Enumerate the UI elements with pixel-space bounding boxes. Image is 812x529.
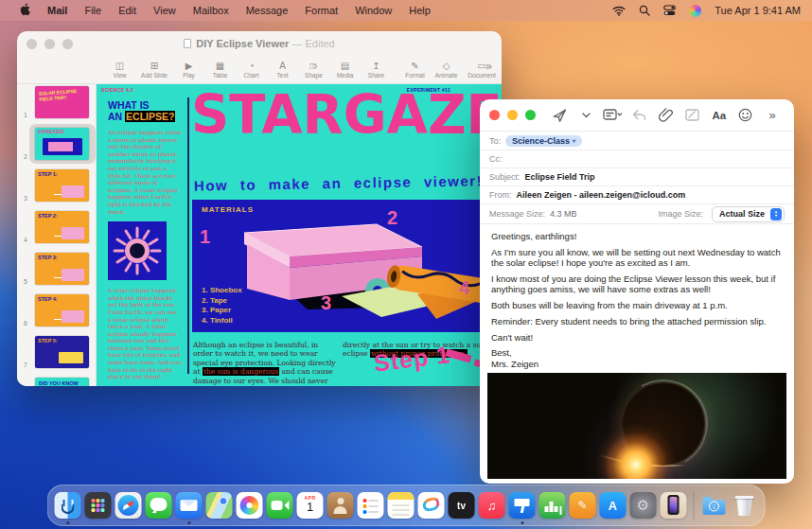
dock-calendar-icon[interactable]: APR1	[297, 492, 324, 519]
menu-item-window[interactable]: Window	[346, 5, 400, 16]
menu-item-view[interactable]: View	[145, 5, 185, 16]
chevron-down-icon: ▾	[573, 137, 575, 144]
play-button[interactable]: ▶Play	[173, 61, 204, 79]
animate-button[interactable]: ◇Animate	[431, 61, 462, 79]
recipient-token[interactable]: Science-Class▾	[505, 135, 582, 147]
dock-safari-icon[interactable]	[115, 492, 142, 519]
format-button[interactable]: Aa	[709, 110, 730, 121]
materials-heading: MATERIALS	[202, 205, 254, 214]
menu-bar-clock[interactable]: Tue Apr 1 9:41 AM	[715, 5, 801, 16]
slide-heading: WHAT IS AN ECLIPSE?	[108, 99, 182, 122]
more-toolbar-icon[interactable]: »	[485, 60, 492, 73]
slide-number: 3	[24, 195, 27, 202]
attach-button[interactable]	[656, 108, 677, 123]
send-button[interactable]	[549, 108, 570, 123]
reply-icon[interactable]	[628, 109, 649, 121]
dock-system-settings-icon[interactable]: ⚙	[630, 492, 657, 519]
close-button[interactable]	[26, 39, 37, 49]
markup-button[interactable]	[682, 109, 703, 121]
dock-freeform-icon[interactable]	[418, 492, 445, 519]
wifi-icon[interactable]	[612, 6, 626, 16]
dock-downloads-icon[interactable]: ↓	[701, 492, 728, 519]
view-button[interactable]: ◫View	[104, 61, 135, 79]
materials-panel: MATERIALS	[192, 200, 497, 332]
header-fields-button[interactable]	[602, 109, 623, 121]
shape-button[interactable]: □○Shape	[298, 61, 329, 79]
slide-subtitle: How to make an eclipse viewer!	[194, 172, 483, 193]
dock-reminders-icon[interactable]	[358, 492, 384, 519]
menu-item-message[interactable]: Message	[238, 5, 297, 16]
dock-finder-icon[interactable]	[55, 492, 81, 519]
menu-item-format[interactable]: Format	[296, 5, 346, 16]
to-field[interactable]: To: Science-Class▾	[480, 132, 794, 150]
message-body[interactable]: Greetings, earthlings! As I'm sure you a…	[480, 224, 794, 372]
slide-thumbnail-5[interactable]: 5 STEP 3:	[35, 253, 90, 285]
slide-thumbnail-6[interactable]: 6 STEP 4:	[35, 294, 90, 326]
figure-number-1: 1	[200, 226, 210, 248]
dock-tv-icon[interactable]: tv	[449, 492, 475, 519]
slide-paragraph-2: A solar eclipse happens when the moon bl…	[108, 287, 182, 380]
cc-field[interactable]: Cc:	[480, 150, 794, 168]
document-button[interactable]: ▭Document	[462, 61, 502, 79]
zoom-button[interactable]	[525, 110, 536, 120]
slide-thumbnail-2-selected[interactable]: 2 STARGAZER	[35, 128, 90, 160]
dock-iphone-mirroring-icon[interactable]	[661, 492, 687, 519]
close-button[interactable]	[489, 110, 500, 120]
document-icon: ▭	[477, 61, 485, 71]
dock-launchpad-icon[interactable]	[85, 492, 112, 519]
send-options-chevron-icon[interactable]	[575, 113, 596, 118]
from-field[interactable]: From: Aileen Zeigen - aileen.zeigen@iclo…	[480, 186, 794, 204]
emoji-button[interactable]	[735, 108, 756, 122]
dock-photos-icon[interactable]	[237, 492, 263, 519]
menu-item-help[interactable]: Help	[400, 5, 439, 16]
image-size-popup[interactable]: Actual Size ▲▼	[712, 206, 785, 222]
dock-numbers-icon[interactable]	[539, 492, 566, 519]
chart-button[interactable]: ◔Chart	[236, 61, 267, 79]
dock-pages-icon[interactable]: ✎	[570, 492, 596, 519]
dock-music-icon[interactable]: ♫	[479, 492, 505, 519]
dock-trash-icon[interactable]	[732, 492, 758, 519]
menu-item-mailbox[interactable]: Mailbox	[185, 5, 238, 16]
slide-thumbnail-3[interactable]: 3 STEP 1:	[35, 169, 90, 202]
keynote-window: DIY Eclipse Viewer — Edited ◫View ⊞Add S…	[17, 31, 502, 386]
share-button[interactable]: ↥Share	[361, 61, 392, 79]
dock-divider	[694, 491, 695, 520]
menu-item-edit[interactable]: Edit	[110, 5, 145, 16]
add-slide-button[interactable]: ⊞Add Slide	[135, 61, 173, 79]
dock-facetime-icon[interactable]	[267, 492, 293, 519]
control-center-icon[interactable]	[663, 5, 676, 16]
dock-messages-icon[interactable]	[146, 492, 172, 519]
add-slide-icon: ⊞	[150, 61, 158, 71]
search-icon[interactable]	[639, 5, 650, 16]
zoom-button[interactable]	[62, 39, 73, 49]
dock-maps-icon[interactable]	[206, 492, 233, 519]
minimize-button[interactable]	[507, 110, 518, 120]
siri-icon[interactable]	[689, 5, 701, 17]
slide-number: 4	[24, 237, 27, 243]
dock-keynote-icon[interactable]	[509, 492, 536, 519]
more-toolbar-icon[interactable]: »	[762, 108, 783, 122]
running-indicator	[187, 521, 190, 524]
table-button[interactable]: ▦Table	[204, 61, 236, 79]
dock-notes-icon[interactable]	[388, 492, 415, 519]
slide-thumbnail-4[interactable]: 4 STEP 2:	[35, 211, 90, 243]
dock-mail-icon[interactable]	[176, 492, 203, 519]
slide-canvas[interactable]: SCIENCE 4.2 EXPERIMENT #11 WHAT IS AN EC…	[97, 84, 502, 386]
dock-app-store-icon[interactable]: A	[600, 492, 627, 519]
text-button[interactable]: AText	[267, 61, 298, 79]
desktop: Mail File Edit View Mailbox Message Form…	[0, 0, 812, 529]
menu-item-file[interactable]: File	[76, 5, 110, 16]
dock-contacts-icon[interactable]	[327, 492, 354, 519]
slide-thumbnail-8[interactable]: 8 DID YOU KNOW	[35, 378, 90, 386]
format-button[interactable]: ✎Format	[399, 61, 431, 79]
apple-menu-icon[interactable]	[11, 3, 39, 18]
slide-thumbnail-1[interactable]: 1 SOLAR ECLIPSE FIELD TRIP!	[35, 86, 90, 118]
subject-field[interactable]: Subject: Eclipse Field Trip	[480, 168, 794, 186]
menu-bar: Mail File Edit View Mailbox Message Form…	[0, 0, 812, 21]
minimize-button[interactable]	[44, 39, 55, 49]
slide-thumbnail-7[interactable]: 7 STEP 5:	[35, 336, 90, 368]
dock: APR1 tv ♫ ✎ A ⚙ ↓	[47, 485, 766, 526]
eclipse-photo-attachment[interactable]	[487, 373, 786, 479]
media-button[interactable]: ▤Media	[329, 61, 361, 79]
menu-item-mail[interactable]: Mail	[39, 5, 76, 16]
